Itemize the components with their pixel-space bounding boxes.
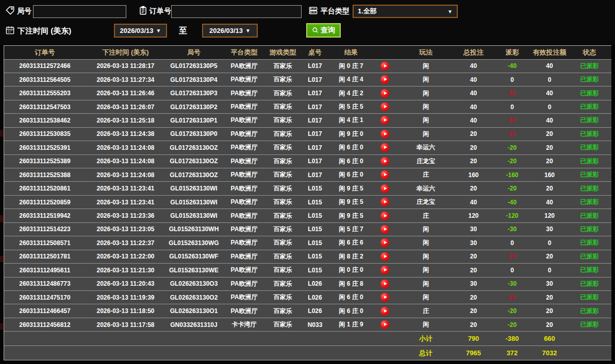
- play-video-button[interactable]: [380, 130, 389, 138]
- result-cell: 闲 6 庄 0: [330, 304, 372, 318]
- search-button[interactable]: 查询: [306, 23, 341, 38]
- payout-cell: 0: [493, 73, 531, 86]
- video-cell: [372, 264, 397, 277]
- round-number-cell: GL015263130WI: [165, 182, 222, 195]
- status-cell: 已派彩: [568, 209, 611, 222]
- bet-time-label: 下注时间 (美东): [18, 26, 71, 36]
- valid-bet-cell: 0: [531, 264, 568, 277]
- result-cell: 闲 6 庄 0: [330, 154, 372, 168]
- date-to-value: 2026/03/13: [209, 27, 243, 34]
- table-number-cell: L015: [300, 236, 330, 250]
- order-number-cell: 260313112564505: [4, 73, 86, 86]
- platform-type-select[interactable]: 1.全部 ▼: [353, 5, 458, 18]
- total-bet-cell: 20: [454, 264, 493, 277]
- platform-cell: 卡卡湾厅: [222, 318, 266, 331]
- order-number-cell: 260313112519942: [4, 209, 86, 222]
- play-video-button[interactable]: [380, 320, 389, 329]
- total-bet-cell: 30: [454, 222, 493, 236]
- column-header-4: 平台类型: [222, 46, 266, 59]
- platform-cell: PA欧洲厅: [222, 222, 266, 236]
- play-video-button[interactable]: [380, 293, 389, 302]
- order-number-cell: 260313112520859: [4, 195, 86, 209]
- play-video-button[interactable]: [380, 157, 389, 166]
- platform-cell: PA欧洲厅: [222, 154, 266, 168]
- status-cell: 已派彩: [568, 114, 611, 127]
- column-header-8: [372, 46, 397, 59]
- date-from-select[interactable]: 2026/03/13 ▼: [114, 24, 167, 38]
- play-video-button[interactable]: [380, 307, 389, 316]
- play-video-button[interactable]: [380, 225, 389, 234]
- table-row: 2603131125475032026-03-13 11:26:07GL0172…: [4, 100, 611, 113]
- total-bet-cell: 30: [454, 277, 493, 290]
- status-cell: 已派彩: [568, 290, 611, 304]
- play-video-button[interactable]: [380, 170, 389, 179]
- total-bet-cell: 40: [454, 73, 493, 86]
- video-cell: [372, 318, 397, 331]
- order-number-input[interactable]: [171, 5, 302, 18]
- play-type-cell: 闲: [397, 250, 454, 263]
- empty-cell: [372, 346, 397, 360]
- table-header-row: 订单号下注时间 (美东)局号平台类型游戏类型桌号结果玩法总投注派彩有效投注额状态: [4, 46, 611, 59]
- play-video-button[interactable]: [380, 280, 389, 288]
- result-cell: 闲 6 庄 0: [330, 290, 372, 304]
- column-header-6: 桌号: [300, 46, 330, 59]
- platform-cell: PA欧洲厅: [222, 127, 266, 141]
- status-cell: 已派彩: [568, 318, 611, 331]
- play-video-button[interactable]: [380, 75, 389, 84]
- table-number-cell: L017: [300, 86, 330, 100]
- valid-bet-cell: 30: [531, 222, 568, 236]
- platform-cell: PA欧洲厅: [222, 73, 266, 86]
- chevron-down-icon: ▼: [447, 9, 453, 14]
- round-number-input[interactable]: [33, 5, 126, 18]
- play-type-cell: 闲: [397, 73, 454, 86]
- play-video-button[interactable]: [380, 143, 389, 152]
- status-cell: 已派彩: [568, 250, 611, 263]
- play-video-button[interactable]: [380, 116, 389, 125]
- play-video-button[interactable]: [380, 198, 389, 206]
- play-video-button[interactable]: [380, 266, 389, 274]
- empty-cell: [86, 346, 165, 360]
- total-payout: 372: [493, 346, 531, 360]
- play-video-button[interactable]: [380, 252, 389, 261]
- tag-icon: [5, 6, 15, 15]
- play-video-button[interactable]: [380, 89, 389, 98]
- payout-cell: 0: [493, 264, 531, 277]
- order-number-cell: 260313112538462: [4, 114, 86, 127]
- game-type-cell: 百家乐: [266, 209, 300, 222]
- order-number-cell: 260313112508571: [4, 236, 86, 250]
- valid-bet-cell: 20: [531, 304, 568, 318]
- play-video-button[interactable]: [380, 62, 389, 71]
- play-video-button[interactable]: [380, 102, 389, 111]
- round-number-cell: GL015263130WG: [165, 236, 222, 250]
- payout-cell: 20: [493, 250, 531, 263]
- empty-cell: [300, 346, 330, 360]
- payout-cell: 20: [493, 127, 531, 141]
- payout-cell: -160: [493, 168, 531, 182]
- table-row: 2603131125017812026-03-13 11:22:00GL0152…: [4, 250, 611, 263]
- status-cell: 已派彩: [568, 277, 611, 290]
- result-cell: 闲 5 庄 7: [330, 222, 372, 236]
- order-number-cell: 260313112475170: [4, 290, 86, 304]
- play-video-button[interactable]: [380, 238, 389, 247]
- round-number-cell: GL015263130WI: [165, 209, 222, 222]
- video-cell: [372, 154, 397, 168]
- empty-cell: [165, 332, 222, 346]
- date-to-select[interactable]: 2026/03/13 ▼: [202, 24, 258, 38]
- result-cell: 闲 0 庄 7: [330, 59, 372, 73]
- video-cell: [372, 114, 397, 127]
- game-type-cell: 百家乐: [266, 250, 300, 263]
- table-number-cell: L015: [300, 222, 330, 236]
- empty-cell: [86, 332, 165, 346]
- orders-table: 订单号下注时间 (美东)局号平台类型游戏类型桌号结果玩法总投注派彩有效投注额状态…: [4, 46, 611, 360]
- status-cell: 已派彩: [568, 168, 611, 182]
- empty-cell: [330, 346, 372, 360]
- play-video-button[interactable]: [380, 212, 389, 220]
- to-label: 至: [179, 26, 187, 37]
- play-type-cell: 幸运六: [397, 141, 454, 154]
- order-number-cell: 260313112572466: [4, 59, 86, 73]
- total-bet-cell: 40: [454, 86, 493, 100]
- play-type-cell: 庄龙宝: [397, 195, 454, 209]
- result-cell: 闲 9 庄 5: [330, 195, 372, 209]
- video-cell: [372, 250, 397, 263]
- play-video-button[interactable]: [380, 184, 389, 193]
